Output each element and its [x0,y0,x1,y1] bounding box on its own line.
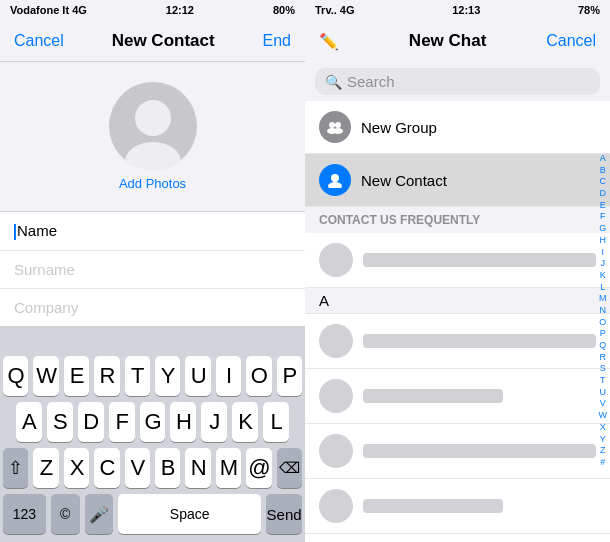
alpha-l[interactable]: L [600,282,605,294]
cancel-button[interactable]: Cancel [14,32,64,50]
key-l[interactable]: L [263,402,289,442]
key-at[interactable]: @ [246,448,271,488]
right-time: 12:13 [452,4,480,16]
right-carrier: Trv.. 4G [315,4,355,16]
keyboard-row-bot: ⇧ Z X C V B N M @ ⌫ [0,445,305,491]
right-nav-bar: ✏️ New Chat Cancel [305,20,610,62]
frequent-contacts-header: CONTACT US FREQUENTLY [305,207,610,233]
svg-point-3 [335,122,341,128]
contact-name-placeholder [363,389,503,403]
key-i[interactable]: I [216,356,241,396]
mic-key[interactable]: 🎤 [85,494,114,534]
alpha-f[interactable]: F [600,211,606,223]
alpha-n[interactable]: N [600,305,607,317]
key-q[interactable]: Q [3,356,28,396]
avatar-circle[interactable] [109,82,197,170]
surname-placeholder: Surname [14,261,75,278]
surname-field[interactable]: Surname [0,251,305,289]
alpha-g[interactable]: G [599,223,606,235]
key-g[interactable]: G [140,402,166,442]
name-field[interactable]: Name [0,212,305,251]
key-a[interactable]: A [16,402,42,442]
avatar-section: Add Photos [0,62,305,201]
alpha-a[interactable]: A [600,153,606,165]
key-w[interactable]: W [33,356,58,396]
keyboard-row-top: Q W E R T Y U I O P [0,353,305,399]
company-field[interactable]: Company [0,289,305,326]
alpha-t[interactable]: T [600,375,606,387]
key-d[interactable]: D [78,402,104,442]
contact-name-placeholder [363,334,596,348]
key-m[interactable]: M [216,448,241,488]
alpha-e[interactable]: E [600,200,606,212]
alpha-q[interactable]: Q [599,340,606,352]
send-key[interactable]: Send [266,494,302,534]
key-b[interactable]: B [155,448,180,488]
numbers-key[interactable]: 123 [3,494,46,534]
emoji-key[interactable]: © [51,494,80,534]
svg-point-6 [331,174,339,182]
contact-row-4[interactable] [305,479,610,534]
key-y[interactable]: Y [155,356,180,396]
left-nav-bar: Cancel New Contact End [0,20,305,62]
alpha-hash[interactable]: # [600,457,605,469]
key-e[interactable]: E [64,356,89,396]
key-j[interactable]: J [201,402,227,442]
contact-avatar-placeholder [319,489,353,523]
alpha-h[interactable]: H [600,235,607,247]
contact-row-3[interactable] [305,424,610,479]
key-t[interactable]: T [125,356,150,396]
alpha-j[interactable]: J [601,258,606,270]
key-v[interactable]: V [125,448,150,488]
shift-key[interactable]: ⇧ [3,448,28,488]
key-n[interactable]: N [185,448,210,488]
alpha-s[interactable]: S [600,363,606,375]
new-contact-label: New Contact [361,172,447,189]
add-photos-label[interactable]: Add Photos [119,176,186,191]
alpha-r[interactable]: R [600,352,607,364]
key-u[interactable]: U [185,356,210,396]
left-battery: 80% [273,4,295,16]
alpha-m[interactable]: M [599,293,607,305]
search-bar-container: 🔍 Search [305,62,610,101]
contact-row-1[interactable] [305,314,610,369]
space-key[interactable]: Space [118,494,261,534]
alpha-v[interactable]: V [600,398,606,410]
alpha-y[interactable]: Y [600,434,606,446]
edit-icon[interactable]: ✏️ [319,32,349,51]
key-f[interactable]: F [109,402,135,442]
new-contact-item[interactable]: New Contact [305,154,610,207]
delete-key[interactable]: ⌫ [277,448,302,488]
key-r[interactable]: R [94,356,119,396]
alpha-w[interactable]: W [599,410,608,422]
key-s[interactable]: S [47,402,73,442]
svg-point-7 [328,182,342,188]
alphabet-sidebar: A B C D E F G H I J K L M N O P Q R S T … [596,151,611,471]
search-input[interactable]: Search [347,73,395,90]
contact-row-2[interactable] [305,369,610,424]
contact-row-5[interactable] [305,534,610,542]
alpha-c[interactable]: C [600,176,607,188]
cursor [14,224,16,240]
alpha-z[interactable]: Z [600,445,606,457]
search-bar[interactable]: 🔍 Search [315,68,600,95]
alpha-d[interactable]: D [600,188,607,200]
key-h[interactable]: H [170,402,196,442]
frequent-contact-1[interactable] [305,233,610,288]
alpha-i[interactable]: I [601,247,604,259]
alpha-o[interactable]: O [599,317,606,329]
end-button[interactable]: End [263,32,291,50]
key-o[interactable]: O [246,356,271,396]
new-group-item[interactable]: New Group [305,101,610,154]
alpha-k[interactable]: K [600,270,606,282]
alpha-p[interactable]: P [600,328,606,340]
right-cancel-button[interactable]: Cancel [546,32,596,50]
alpha-u[interactable]: U [600,387,607,399]
key-k[interactable]: K [232,402,258,442]
key-z[interactable]: Z [33,448,58,488]
alpha-x[interactable]: X [600,422,606,434]
key-c[interactable]: C [94,448,119,488]
alpha-b[interactable]: B [600,165,606,177]
key-p[interactable]: P [277,356,302,396]
key-x[interactable]: X [64,448,89,488]
